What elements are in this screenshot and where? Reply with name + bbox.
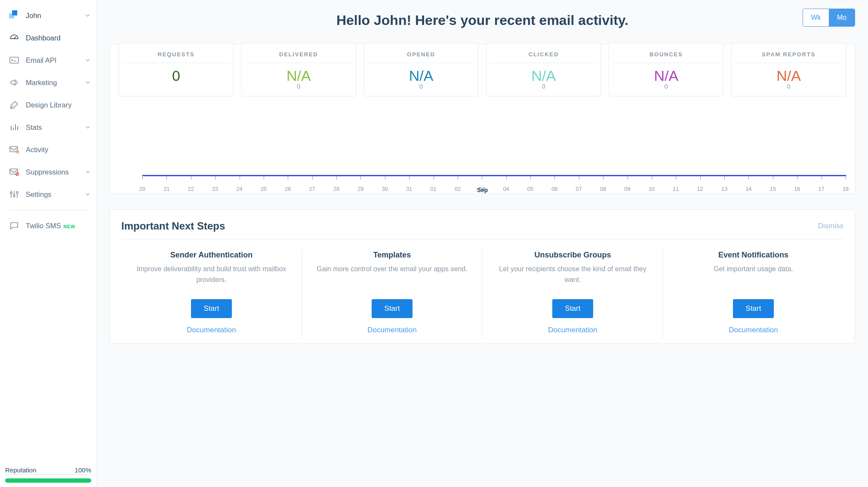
dismiss-link[interactable]: Dismiss bbox=[818, 222, 844, 230]
step-desc: Gain more control over the email your ap… bbox=[311, 264, 473, 292]
step-title: Event Notifications bbox=[673, 251, 834, 260]
activity-chart: 2021222324252627282930310102030405060708… bbox=[119, 97, 846, 189]
stat-subvalue: 0 bbox=[542, 83, 545, 90]
next-steps-card: Important Next Steps Dismiss Sender Auth… bbox=[110, 209, 855, 343]
mail-block-icon bbox=[9, 166, 20, 178]
sidebar: John Dashboard Email API Marketing Desig… bbox=[0, 0, 97, 487]
sidebar-item-label: Marketing bbox=[26, 79, 79, 87]
sidebar-item-dashboard[interactable]: Dashboard bbox=[0, 27, 96, 49]
stat-tile-bounces[interactable]: BOUNCESN/A0 bbox=[609, 43, 723, 96]
step-doc-link[interactable]: Documentation bbox=[131, 326, 292, 334]
sliders-icon bbox=[9, 189, 20, 200]
sidebar-divider bbox=[9, 210, 88, 210]
stat-value: N/A bbox=[490, 68, 597, 83]
reputation-value: 100% bbox=[75, 466, 91, 474]
step-start-button[interactable]: Start bbox=[552, 299, 594, 318]
stat-tile-opened[interactable]: OPENEDN/A0 bbox=[364, 43, 479, 96]
stat-label: CLICKED bbox=[490, 51, 597, 63]
stat-value: N/A bbox=[613, 68, 720, 83]
sidebar-user[interactable]: John bbox=[0, 4, 96, 27]
stat-subvalue: 0 bbox=[665, 83, 668, 90]
reputation-label: Reputation bbox=[5, 466, 37, 474]
sidebar-item-activity[interactable]: Activity bbox=[0, 138, 96, 161]
step-templates: TemplatesGain more control over the emai… bbox=[302, 248, 482, 339]
period-toggle: Wk Mo bbox=[803, 9, 855, 27]
stat-label: BOUNCES bbox=[613, 51, 720, 63]
step-desc: Let your recipients choose the kind of e… bbox=[492, 264, 653, 292]
stat-label: OPENED bbox=[368, 51, 475, 63]
step-title: Unsubscribe Groups bbox=[492, 251, 653, 260]
sidebar-item-label: Design Library bbox=[26, 101, 90, 109]
step-sender-authentication: Sender AuthenticationImprove deliverabil… bbox=[121, 248, 302, 339]
sidebar-item-designlibrary[interactable]: Design Library bbox=[0, 94, 96, 116]
reputation-bar bbox=[5, 478, 91, 483]
main-content: Hello John! Here's your recent email act… bbox=[97, 0, 868, 487]
sidebar-item-suppressions[interactable]: Suppressions bbox=[0, 161, 96, 183]
step-title: Sender Authentication bbox=[131, 251, 292, 260]
svg-point-6 bbox=[13, 195, 15, 196]
sidebar-item-marketing[interactable]: Marketing bbox=[0, 71, 96, 94]
chat-icon bbox=[9, 220, 20, 231]
stat-value: N/A bbox=[735, 68, 842, 83]
stat-label: REQUESTS bbox=[123, 51, 230, 63]
bars-icon bbox=[9, 122, 20, 133]
sidebar-item-label: Suppressions bbox=[26, 168, 79, 176]
step-doc-link[interactable]: Documentation bbox=[673, 326, 834, 334]
sidebar-item-label: Email API bbox=[26, 56, 79, 64]
next-steps-title: Important Next Steps bbox=[121, 220, 225, 232]
stat-tile-delivered[interactable]: DELIVEREDN/A0 bbox=[241, 43, 356, 96]
reputation-widget[interactable]: Reputation 100% bbox=[0, 463, 96, 487]
sidebar-item-label: Activity bbox=[26, 146, 90, 154]
stat-value: N/A bbox=[368, 68, 475, 83]
megaphone-icon bbox=[9, 77, 20, 88]
period-week-button[interactable]: Wk bbox=[803, 9, 829, 26]
logo-icon bbox=[9, 10, 20, 21]
chevron-down-icon bbox=[85, 125, 90, 130]
step-desc: Get important usage data. bbox=[673, 264, 834, 292]
stat-subvalue: 0 bbox=[787, 83, 791, 90]
step-doc-link[interactable]: Documentation bbox=[492, 326, 653, 334]
sidebar-item-label: Twilio SMSNEW bbox=[26, 222, 90, 230]
chart-month-label: Sep bbox=[477, 187, 488, 193]
sidebar-item-stats[interactable]: Stats bbox=[0, 116, 96, 138]
sidebar-item-settings[interactable]: Settings bbox=[0, 183, 96, 205]
stat-tile-spam-reports[interactable]: SPAM REPORTSN/A0 bbox=[731, 43, 846, 96]
gauge-icon bbox=[9, 32, 20, 43]
sidebar-item-emailapi[interactable]: Email API bbox=[0, 49, 96, 71]
step-start-button[interactable]: Start bbox=[191, 299, 232, 318]
sidebar-item-label: Dashboard bbox=[26, 34, 90, 42]
design-icon bbox=[9, 99, 20, 110]
sidebar-user-label: John bbox=[26, 12, 79, 20]
step-desc: Improve deliverability and build trust w… bbox=[131, 264, 292, 292]
sidebar-item-label: Stats bbox=[26, 123, 79, 132]
step-event-notifications: Event NotificationsGet important usage d… bbox=[663, 248, 843, 339]
stat-label: DELIVERED bbox=[245, 51, 352, 63]
stat-label: SPAM REPORTS bbox=[735, 51, 842, 63]
step-start-button[interactable]: Start bbox=[733, 299, 774, 318]
stat-subvalue: 0 bbox=[419, 83, 423, 90]
step-unsubscribe-groups: Unsubscribe GroupsLet your recipients ch… bbox=[482, 248, 663, 339]
stat-tile-requests[interactable]: REQUESTS0 bbox=[119, 43, 234, 96]
terminal-icon bbox=[9, 55, 20, 66]
mail-search-icon bbox=[9, 144, 20, 155]
stats-card: REQUESTS0DELIVEREDN/A0OPENEDN/A0CLICKEDN… bbox=[110, 44, 855, 194]
period-month-button[interactable]: Mo bbox=[829, 9, 855, 26]
chevron-down-icon bbox=[85, 192, 90, 197]
stat-tile-clicked[interactable]: CLICKEDN/A0 bbox=[486, 43, 601, 96]
svg-rect-3 bbox=[10, 169, 18, 174]
stat-subvalue: 0 bbox=[297, 83, 300, 90]
new-badge: NEW bbox=[64, 224, 75, 229]
sidebar-item-label: Settings bbox=[26, 190, 79, 199]
chevron-down-icon bbox=[85, 58, 90, 63]
step-doc-link[interactable]: Documentation bbox=[311, 326, 473, 334]
svg-point-7 bbox=[16, 192, 18, 193]
svg-point-5 bbox=[10, 192, 12, 194]
stat-value: N/A bbox=[245, 68, 352, 83]
sidebar-item-twiliosms[interactable]: Twilio SMSNEW bbox=[0, 214, 96, 237]
stat-value: 0 bbox=[123, 68, 230, 83]
svg-rect-0 bbox=[10, 57, 18, 63]
page-headline: Hello John! Here's your recent email act… bbox=[336, 12, 628, 28]
step-title: Templates bbox=[311, 251, 473, 260]
chevron-down-icon bbox=[85, 13, 90, 18]
step-start-button[interactable]: Start bbox=[372, 299, 413, 318]
